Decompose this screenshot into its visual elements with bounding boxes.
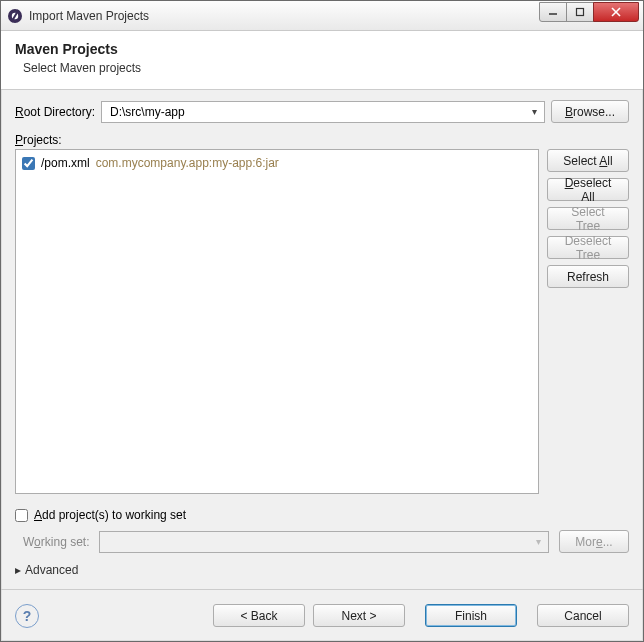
- dialog-window: Import Maven Projects Maven Projects Sel…: [0, 0, 644, 642]
- close-button[interactable]: [593, 2, 639, 22]
- wizard-content: Root Directory: ▾ Browse... Projects: /p…: [1, 90, 643, 589]
- browse-button[interactable]: Browse...: [551, 100, 629, 123]
- finish-button[interactable]: Finish: [425, 604, 517, 627]
- advanced-label: Advanced: [25, 563, 78, 577]
- select-all-button[interactable]: Select All: [547, 149, 629, 172]
- wizard-footer: ? < Back Next > Finish Cancel: [1, 589, 643, 641]
- select-tree-button: Select Tree: [547, 207, 629, 230]
- root-directory-combo[interactable]: ▾: [101, 101, 545, 123]
- window-title: Import Maven Projects: [29, 9, 540, 23]
- deselect-all-button[interactable]: Deselect All: [547, 178, 629, 201]
- help-icon[interactable]: ?: [15, 604, 39, 628]
- add-to-working-set-checkbox[interactable]: [15, 509, 28, 522]
- wizard-title: Maven Projects: [15, 41, 629, 57]
- working-set-row: Working set: ▾ More...: [23, 530, 629, 553]
- cancel-button[interactable]: Cancel: [537, 604, 629, 627]
- wizard-subtitle: Select Maven projects: [23, 61, 629, 75]
- chevron-down-icon: ▾: [530, 536, 546, 547]
- wizard-header: Maven Projects Select Maven projects: [1, 31, 643, 90]
- more-button: More...: [559, 530, 629, 553]
- window-controls: [540, 2, 639, 22]
- working-set-label: Working set:: [23, 535, 89, 549]
- list-item[interactable]: /pom.xml com.mycompany.app:my-app:6:jar: [22, 154, 532, 172]
- working-set-combo: ▾: [99, 531, 549, 553]
- app-icon: [7, 8, 23, 24]
- project-path: /pom.xml: [41, 156, 90, 170]
- projects-area: /pom.xml com.mycompany.app:my-app:6:jar …: [15, 149, 629, 494]
- below-projects: Add project(s) to working set Working se…: [15, 508, 629, 585]
- maximize-button[interactable]: [566, 2, 594, 22]
- add-to-working-set-row: Add project(s) to working set: [15, 508, 629, 522]
- projects-label: Projects:: [15, 133, 629, 147]
- back-button[interactable]: < Back: [213, 604, 305, 627]
- triangle-right-icon: ▸: [15, 563, 21, 577]
- add-to-working-set-label: Add project(s) to working set: [34, 508, 186, 522]
- root-directory-row: Root Directory: ▾ Browse...: [15, 100, 629, 123]
- working-set-input: [106, 532, 530, 552]
- refresh-button[interactable]: Refresh: [547, 265, 629, 288]
- project-description: com.mycompany.app:my-app:6:jar: [96, 156, 279, 170]
- project-checkbox[interactable]: [22, 157, 35, 170]
- root-directory-label: Root Directory:: [15, 105, 95, 119]
- title-bar: Import Maven Projects: [1, 1, 643, 31]
- root-directory-input[interactable]: [108, 102, 526, 122]
- projects-list[interactable]: /pom.xml com.mycompany.app:my-app:6:jar: [15, 149, 539, 494]
- projects-side-buttons: Select All Deselect All Select Tree Dese…: [547, 149, 629, 494]
- advanced-expander[interactable]: ▸ Advanced: [15, 563, 629, 577]
- deselect-tree-button: Deselect Tree: [547, 236, 629, 259]
- next-button[interactable]: Next >: [313, 604, 405, 627]
- minimize-button[interactable]: [539, 2, 567, 22]
- svg-rect-4: [577, 9, 584, 16]
- chevron-down-icon[interactable]: ▾: [526, 106, 542, 117]
